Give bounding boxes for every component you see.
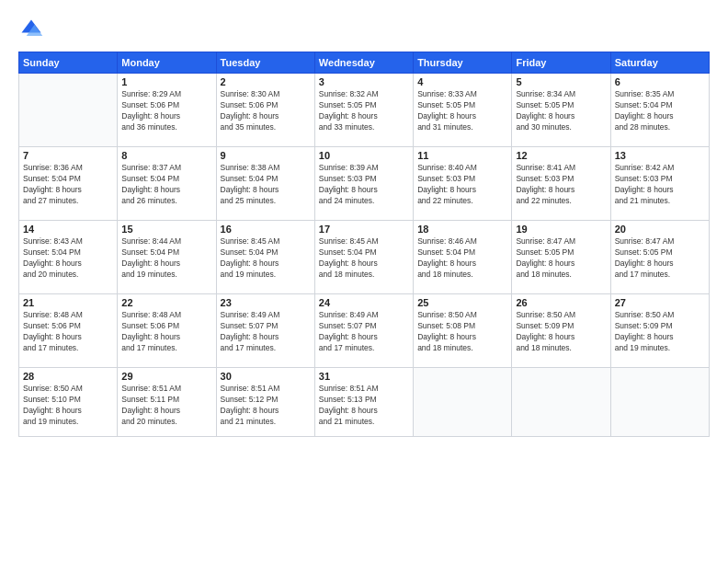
day-number: 7	[23, 150, 113, 161]
calendar-table: SundayMondayTuesdayWednesdayThursdayFrid…	[18, 52, 710, 437]
calendar-cell: 25Sunrise: 8:50 AM Sunset: 5:08 PM Dayli…	[414, 294, 512, 368]
calendar-cell: 30Sunrise: 8:51 AM Sunset: 5:12 PM Dayli…	[216, 368, 314, 437]
day-number: 17	[319, 224, 409, 235]
day-info: Sunrise: 8:42 AM Sunset: 5:03 PM Dayligh…	[615, 163, 705, 207]
weekday-header-friday: Friday	[512, 52, 610, 74]
day-number: 28	[23, 371, 113, 382]
day-number: 4	[417, 76, 507, 87]
day-number: 26	[516, 297, 606, 308]
day-info: Sunrise: 8:47 AM Sunset: 5:05 PM Dayligh…	[615, 236, 705, 281]
calendar-cell: 15Sunrise: 8:44 AM Sunset: 5:04 PM Dayli…	[118, 221, 216, 294]
day-number: 11	[417, 150, 507, 161]
calendar-cell: 13Sunrise: 8:42 AM Sunset: 5:03 PM Dayli…	[610, 147, 709, 221]
day-info: Sunrise: 8:50 AM Sunset: 5:09 PM Dayligh…	[615, 310, 705, 354]
day-info: Sunrise: 8:33 AM Sunset: 5:05 PM Dayligh…	[417, 89, 507, 133]
calendar-cell: 5Sunrise: 8:34 AM Sunset: 5:05 PM Daylig…	[512, 74, 610, 147]
day-info: Sunrise: 8:39 AM Sunset: 5:03 PM Dayligh…	[319, 163, 409, 207]
day-number: 13	[615, 150, 705, 161]
day-number: 27	[615, 297, 705, 308]
weekday-header-saturday: Saturday	[610, 52, 709, 74]
calendar-cell: 6Sunrise: 8:35 AM Sunset: 5:04 PM Daylig…	[610, 74, 709, 147]
day-info: Sunrise: 8:41 AM Sunset: 5:03 PM Dayligh…	[516, 163, 606, 207]
day-number: 25	[417, 297, 507, 308]
day-info: Sunrise: 8:29 AM Sunset: 5:06 PM Dayligh…	[121, 89, 211, 133]
calendar-cell: 18Sunrise: 8:46 AM Sunset: 5:04 PM Dayli…	[414, 221, 512, 294]
calendar-cell: 3Sunrise: 8:32 AM Sunset: 5:05 PM Daylig…	[314, 74, 413, 147]
day-number: 14	[23, 224, 113, 235]
day-number: 19	[516, 224, 606, 235]
calendar-cell: 8Sunrise: 8:37 AM Sunset: 5:04 PM Daylig…	[118, 147, 216, 221]
day-number: 16	[221, 224, 311, 235]
weekday-header-sunday: Sunday	[19, 52, 118, 74]
day-number: 21	[23, 297, 113, 308]
calendar-cell	[610, 368, 709, 437]
calendar-cell: 26Sunrise: 8:50 AM Sunset: 5:09 PM Dayli…	[512, 294, 610, 368]
calendar-cell: 19Sunrise: 8:47 AM Sunset: 5:05 PM Dayli…	[512, 221, 610, 294]
day-info: Sunrise: 8:46 AM Sunset: 5:04 PM Dayligh…	[417, 236, 507, 281]
day-number: 12	[516, 150, 606, 161]
calendar-cell: 22Sunrise: 8:48 AM Sunset: 5:06 PM Dayli…	[118, 294, 216, 368]
day-number: 15	[121, 224, 211, 235]
day-info: Sunrise: 8:50 AM Sunset: 5:09 PM Dayligh…	[516, 310, 606, 354]
day-info: Sunrise: 8:35 AM Sunset: 5:04 PM Dayligh…	[615, 89, 705, 133]
calendar-cell: 31Sunrise: 8:51 AM Sunset: 5:13 PM Dayli…	[314, 368, 413, 437]
weekday-header-monday: Monday	[118, 52, 216, 74]
calendar-cell	[414, 368, 512, 437]
day-info: Sunrise: 8:49 AM Sunset: 5:07 PM Dayligh…	[319, 310, 409, 354]
calendar-cell	[19, 74, 118, 147]
day-number: 30	[221, 371, 311, 382]
day-info: Sunrise: 8:51 AM Sunset: 5:13 PM Dayligh…	[319, 384, 409, 428]
day-info: Sunrise: 8:32 AM Sunset: 5:05 PM Dayligh…	[319, 89, 409, 133]
day-number: 22	[121, 297, 211, 308]
calendar-cell	[512, 368, 610, 437]
calendar-cell: 23Sunrise: 8:49 AM Sunset: 5:07 PM Dayli…	[216, 294, 314, 368]
weekday-header-tuesday: Tuesday	[216, 52, 314, 74]
calendar-cell: 24Sunrise: 8:49 AM Sunset: 5:07 PM Dayli…	[314, 294, 413, 368]
week-row-3: 14Sunrise: 8:43 AM Sunset: 5:04 PM Dayli…	[19, 221, 710, 294]
day-info: Sunrise: 8:50 AM Sunset: 5:08 PM Dayligh…	[417, 310, 507, 354]
day-number: 1	[121, 76, 211, 87]
day-info: Sunrise: 8:36 AM Sunset: 5:04 PM Dayligh…	[23, 163, 113, 207]
day-info: Sunrise: 8:40 AM Sunset: 5:03 PM Dayligh…	[417, 163, 507, 207]
calendar-cell: 27Sunrise: 8:50 AM Sunset: 5:09 PM Dayli…	[610, 294, 709, 368]
day-number: 3	[319, 76, 409, 87]
day-number: 6	[615, 76, 705, 87]
calendar-cell: 28Sunrise: 8:50 AM Sunset: 5:10 PM Dayli…	[19, 368, 118, 437]
day-number: 10	[319, 150, 409, 161]
day-number: 20	[615, 224, 705, 235]
weekday-header-wednesday: Wednesday	[314, 52, 413, 74]
calendar-cell: 20Sunrise: 8:47 AM Sunset: 5:05 PM Dayli…	[610, 221, 709, 294]
day-info: Sunrise: 8:38 AM Sunset: 5:04 PM Dayligh…	[221, 163, 311, 207]
day-info: Sunrise: 8:45 AM Sunset: 5:04 PM Dayligh…	[221, 236, 311, 281]
day-info: Sunrise: 8:43 AM Sunset: 5:04 PM Dayligh…	[23, 236, 113, 281]
day-number: 24	[319, 297, 409, 308]
calendar-cell: 14Sunrise: 8:43 AM Sunset: 5:04 PM Dayli…	[19, 221, 118, 294]
day-number: 5	[516, 76, 606, 87]
week-row-4: 21Sunrise: 8:48 AM Sunset: 5:06 PM Dayli…	[19, 294, 710, 368]
calendar-cell: 10Sunrise: 8:39 AM Sunset: 5:03 PM Dayli…	[314, 147, 413, 221]
week-row-1: 1Sunrise: 8:29 AM Sunset: 5:06 PM Daylig…	[19, 74, 710, 147]
calendar-cell: 29Sunrise: 8:51 AM Sunset: 5:11 PM Dayli…	[118, 368, 216, 437]
day-info: Sunrise: 8:48 AM Sunset: 5:06 PM Dayligh…	[23, 310, 113, 354]
logo-icon	[18, 17, 44, 42]
calendar-cell: 17Sunrise: 8:45 AM Sunset: 5:04 PM Dayli…	[314, 221, 413, 294]
day-info: Sunrise: 8:48 AM Sunset: 5:06 PM Dayligh…	[121, 310, 211, 354]
day-number: 29	[121, 371, 211, 382]
page: SundayMondayTuesdayWednesdayThursdayFrid…	[0, 0, 728, 563]
calendar-cell: 21Sunrise: 8:48 AM Sunset: 5:06 PM Dayli…	[19, 294, 118, 368]
day-info: Sunrise: 8:37 AM Sunset: 5:04 PM Dayligh…	[121, 163, 211, 207]
calendar-cell: 2Sunrise: 8:30 AM Sunset: 5:06 PM Daylig…	[216, 74, 314, 147]
day-info: Sunrise: 8:47 AM Sunset: 5:05 PM Dayligh…	[516, 236, 606, 281]
day-info: Sunrise: 8:49 AM Sunset: 5:07 PM Dayligh…	[221, 310, 311, 354]
week-row-5: 28Sunrise: 8:50 AM Sunset: 5:10 PM Dayli…	[19, 368, 710, 437]
day-number: 31	[319, 371, 409, 382]
day-info: Sunrise: 8:51 AM Sunset: 5:11 PM Dayligh…	[121, 384, 211, 428]
calendar-cell: 16Sunrise: 8:45 AM Sunset: 5:04 PM Dayli…	[216, 221, 314, 294]
calendar-cell: 1Sunrise: 8:29 AM Sunset: 5:06 PM Daylig…	[118, 74, 216, 147]
day-info: Sunrise: 8:34 AM Sunset: 5:05 PM Dayligh…	[516, 89, 606, 133]
day-info: Sunrise: 8:45 AM Sunset: 5:04 PM Dayligh…	[319, 236, 409, 281]
weekday-header-row: SundayMondayTuesdayWednesdayThursdayFrid…	[19, 52, 710, 74]
calendar-cell: 12Sunrise: 8:41 AM Sunset: 5:03 PM Dayli…	[512, 147, 610, 221]
day-number: 2	[221, 76, 311, 87]
week-row-2: 7Sunrise: 8:36 AM Sunset: 5:04 PM Daylig…	[19, 147, 710, 221]
